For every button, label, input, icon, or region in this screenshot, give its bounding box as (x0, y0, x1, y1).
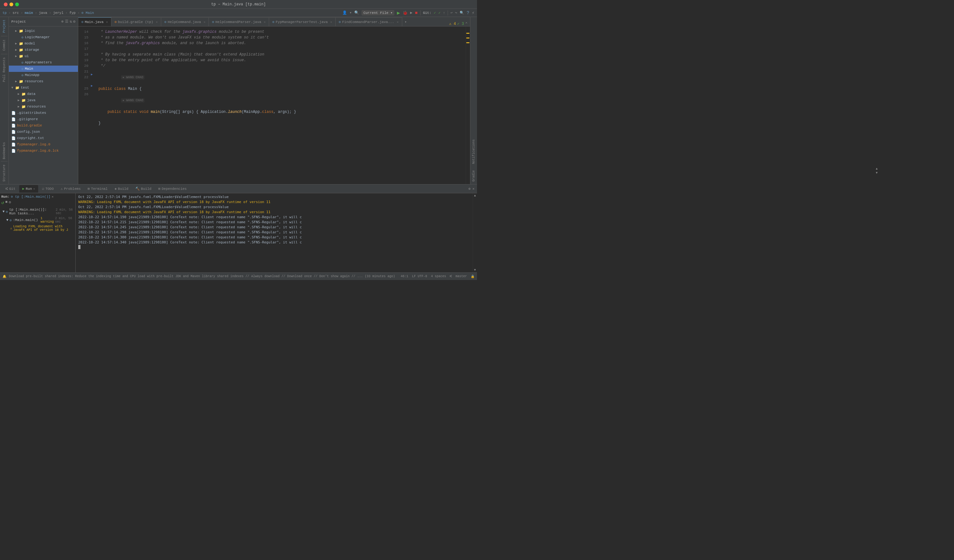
tree-item-java[interactable]: ▶ 📁 java (9, 97, 78, 103)
console-output[interactable]: Oct 22, 2022 2:57:14 PM javafx.fxml.FXML… (76, 193, 472, 272)
tree-item-appparameters[interactable]: ⊙ AppParameters (9, 59, 78, 65)
bottom-tab-run[interactable]: ▶ Run ✕ (19, 185, 38, 193)
bottom-tab-git[interactable]: ⑆ Git (3, 185, 19, 193)
find-button[interactable]: 🔍 (460, 11, 464, 15)
tree-item-config-json[interactable]: 📄 config.json (9, 129, 78, 135)
tree-item-resources-main[interactable]: ▶ 📁 resources (9, 78, 78, 84)
git-check2[interactable]: ✓ (438, 11, 441, 15)
tab-build-gradle-close[interactable]: ✕ (156, 20, 158, 24)
bottom-content: Run: ⊙ tp [:Main.main()] ✕ ↺ ■ ⚙ ▼ ⊙ tp … (0, 193, 477, 272)
bottom-panel-close[interactable]: ✕ (472, 187, 474, 191)
search-everywhere-icon[interactable]: 🔍 (354, 11, 359, 15)
tab-build-gradle-label: build.gradle (tp) (118, 20, 153, 24)
sidebar-structure-label[interactable]: Structure (3, 162, 6, 184)
bottom-tab-todo[interactable]: ☑ TODO (39, 185, 57, 193)
tree-item-logic[interactable]: ▶ 📁 logic (9, 28, 78, 34)
coverage-button[interactable]: ▶ (410, 11, 412, 15)
help-button[interactable]: ? (466, 11, 469, 16)
deps-tab-label: Dependencies (162, 187, 186, 191)
tab-main-java-close[interactable]: ✕ (106, 20, 108, 24)
rerun-icon[interactable]: ↺ (1, 200, 4, 205)
tree-item-build-gradle[interactable]: 📄 build.gradle (9, 122, 78, 129)
bottom-tab-terminal[interactable]: ⊞ Terminal (84, 185, 111, 193)
tab-findcommandparser-close[interactable]: ✕ (397, 20, 398, 24)
tree-item-logicmanager[interactable]: ⊙ LogicManager (9, 34, 78, 40)
bottom-tab-problems[interactable]: ⚠ Problems (58, 185, 84, 193)
tab-helpcommand-close[interactable]: ✕ (204, 20, 205, 24)
git-check1[interactable]: ✓ (434, 11, 436, 15)
tab-helpcommandparser-close[interactable]: ✕ (264, 20, 266, 24)
tree-item-data[interactable]: ▶ 📁 data (9, 91, 78, 97)
stop-run-icon[interactable]: ■ (5, 200, 7, 205)
status-branch[interactable]: master (455, 275, 467, 278)
tree-item-ui[interactable]: ▶ 📁 ui (9, 53, 78, 59)
sidebar-project-label[interactable]: Project (3, 17, 6, 35)
debug-button[interactable]: 🐞 (402, 11, 408, 16)
code-content[interactable]: * LauncherHelper will check for the java… (96, 26, 466, 184)
run-config-close[interactable]: ✕ (52, 195, 54, 199)
maximize-button[interactable] (15, 3, 19, 6)
run-item-mainmain[interactable]: ▼ ⊙ :Main.main() 1 warning 2 min, 56 sec (5, 216, 74, 224)
sidebar-bookmarks-label[interactable]: Bookmarks (3, 141, 6, 160)
tree-item-log0[interactable]: 📄 fypmanager.log.0 (9, 141, 78, 148)
run-item-warning[interactable]: ⚠ Loading FXML document with JavaFX API … (9, 224, 74, 232)
bottom-tab-dependencies[interactable]: ⊞ Dependencies (155, 185, 190, 193)
sidebar-commit-label[interactable]: Commit (3, 37, 6, 53)
minimize-button[interactable] (9, 3, 13, 6)
tree-item-storage[interactable]: ▶ 📁 storage (9, 47, 78, 53)
tree-item-log0lck[interactable]: 📄 fypmanager.log.0.lck (9, 148, 78, 154)
status-encoding[interactable]: LF UTF-8 (412, 275, 427, 278)
tree-item-test[interactable]: ▼ 📁 test (9, 84, 78, 91)
tab-main-java[interactable]: ⊙ Main.java ✕ (78, 17, 111, 26)
redo-button[interactable]: ↪ (455, 11, 457, 15)
tab-overflow-button[interactable]: ▾ (402, 17, 410, 26)
expand-icon[interactable]: ⌃ (465, 22, 468, 26)
git-push[interactable]: ↑ (443, 11, 445, 15)
gradle-label[interactable]: Gradle (472, 168, 475, 184)
tab-fypmanagertest-close[interactable]: ✕ (330, 20, 332, 24)
run-tab-close[interactable]: ✕ (33, 187, 35, 191)
close-button[interactable] (4, 3, 8, 6)
window-controls[interactable] (4, 3, 19, 6)
status-bar-right: 46:1 LF UTF-8 4 spaces ⑆ master 🔒 (401, 275, 474, 278)
panel-sort-icon[interactable]: ⇅ (70, 19, 72, 24)
tree-item-model[interactable]: ▶ 📁 model (9, 40, 78, 47)
run-button[interactable]: ▶ (397, 10, 400, 16)
panel-settings-icon[interactable]: ⚙ (73, 19, 75, 24)
tab-helpcommandparser[interactable]: ⊙ HelpCommandParser.java ✕ (209, 17, 269, 26)
stop-button[interactable]: ■ (415, 11, 417, 16)
tab-build-gradle[interactable]: ⚙ build.gradle (tp) ✕ (111, 17, 161, 26)
breadcrumb-main: main (25, 11, 33, 15)
run-item-grandchildren: ⚠ Loading FXML document with JavaFX API … (5, 224, 74, 232)
tree-item-mainapp[interactable]: ⊙ MainApp (9, 72, 78, 78)
run-settings-icon[interactable]: ⚙ (9, 200, 11, 205)
run-label: Run: (1, 195, 9, 199)
plugins-button[interactable]: ⚡ (472, 10, 474, 16)
status-message[interactable]: Download pre-built shared indexes: Reduc… (9, 275, 398, 278)
run-config-label: ⊙ tp [:Main.main()] (11, 194, 50, 199)
bottom-panel-settings[interactable]: ⚙ (469, 187, 471, 191)
tab-findcommandparser[interactable]: ⊙ FindCommandParser.java... ✕ (336, 17, 402, 26)
tab-helpcommand[interactable]: ⊙ HelpCommand.java ✕ (161, 17, 209, 26)
project-panel-title: Project (11, 20, 59, 23)
status-indent[interactable]: 4 spaces (431, 275, 446, 278)
current-file-dropdown[interactable]: Current File ▾ (362, 10, 394, 16)
tree-item-copyright[interactable]: 📄 copyright.txt (9, 135, 78, 141)
undo-button[interactable]: ↩ (450, 11, 453, 15)
run-item-main[interactable]: ▼ ⊙ tp [:Main.main()]: Run tasks... 2 mi… (1, 207, 74, 216)
tree-item-gitignore[interactable]: 📄 .gitignore (9, 116, 78, 122)
bottom-tab-services[interactable]: ◈ Build (111, 185, 132, 193)
notifications-label[interactable]: Notifications (472, 137, 475, 166)
panel-filter-icon[interactable]: ☰ (65, 19, 69, 24)
sidebar-pullrequests-label[interactable]: Pull Requests (3, 55, 6, 84)
tree-item-resources-test[interactable]: ▶ 📁 resources (9, 103, 78, 110)
console-scroll-up[interactable]: ▲ (474, 194, 476, 198)
tree-item-gitattributes[interactable]: 📄 .gitattributes (9, 110, 78, 116)
panel-add-icon[interactable]: ⊕ (61, 19, 64, 24)
tab-fypmanagertest[interactable]: ⊙ FypManagerParserTest.java ✕ (269, 17, 336, 26)
status-line-col[interactable]: 46:1 (401, 275, 408, 278)
bottom-tab-build[interactable]: 🔨 Build (132, 185, 154, 193)
console-scroll-down[interactable]: ▼ (474, 268, 476, 272)
vcs-icon[interactable]: 👤 ▾ (342, 11, 351, 15)
tree-item-main[interactable]: ⊙ Main (9, 65, 78, 72)
